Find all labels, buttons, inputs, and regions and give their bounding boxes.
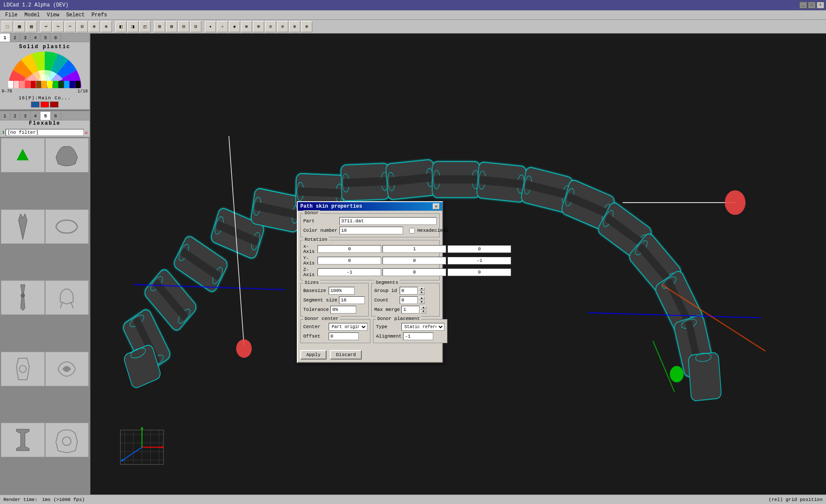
viewport[interactable]: Step 1/1 chain2.ldr [T] — [90, 34, 826, 495]
alignment-input[interactable] — [403, 332, 433, 340]
color-tab-1[interactable]: 1 — [0, 34, 10, 42]
group-id-down[interactable]: ▼ — [419, 291, 425, 295]
flex-tab-6[interactable]: 6 — [51, 112, 61, 120]
max-merge-spinners: ▲ ▼ — [420, 306, 426, 313]
color-tab-6[interactable]: 6 — [51, 34, 61, 42]
basesize-input[interactable] — [329, 287, 354, 295]
apply-button[interactable]: Apply — [300, 350, 327, 360]
toolbar-btn-17[interactable]: ◈ — [229, 21, 240, 32]
toolbar-btn-12[interactable]: ⊠ — [166, 21, 177, 32]
y-axis-input-3[interactable] — [447, 257, 511, 264]
color-panel-title: Solid plastic — [2, 44, 88, 50]
toolbar-btn-3[interactable]: ▤ — [26, 21, 37, 32]
flex-tab-3[interactable]: 3 — [20, 112, 31, 120]
donor-color-input[interactable] — [339, 227, 403, 234]
toolbar-btn-15[interactable]: ✦ — [205, 21, 216, 32]
color-tab-4[interactable]: 4 — [31, 34, 41, 42]
group-id-up[interactable]: ▲ — [419, 287, 425, 291]
offset-input[interactable] — [329, 332, 359, 340]
z-axis-input-1[interactable] — [317, 268, 381, 276]
status-left: Render time: 1ms (>1000 fps) — [3, 497, 769, 502]
part-thumb-2[interactable] — [1, 209, 45, 244]
toolbar-redo[interactable]: ↪ — [52, 21, 64, 32]
toolbar-btn-16[interactable]: ✧ — [217, 21, 228, 32]
menu-prefs[interactable]: Prefs — [88, 11, 111, 19]
menu-select[interactable]: Select — [63, 11, 88, 19]
status-render-label: Render time: — [3, 497, 37, 502]
max-merge-input[interactable] — [401, 306, 419, 313]
type-select[interactable]: Static references — [401, 323, 444, 331]
max-merge-down[interactable]: ▼ — [420, 310, 426, 313]
part-thumb-1[interactable] — [45, 138, 89, 172]
toolbar-btn-20[interactable]: ⊙ — [265, 21, 276, 32]
toolbar-btn-23[interactable]: ⊕ — [301, 21, 312, 32]
part-thumb-5[interactable] — [45, 280, 89, 315]
center-label: Center — [303, 324, 327, 329]
color-tab-3[interactable]: 3 — [20, 34, 31, 42]
flex-tab-1[interactable]: 1 — [0, 112, 10, 120]
toolbar-btn-9[interactable]: ◨ — [127, 21, 139, 32]
toolbar-btn-14[interactable]: ⊡ — [190, 21, 201, 32]
toolbar-btn-1[interactable]: ⬚ — [2, 21, 13, 32]
count-up[interactable]: ▲ — [419, 297, 425, 300]
part-thumb-6[interactable] — [1, 352, 45, 386]
max-merge-up[interactable]: ▲ — [420, 306, 426, 310]
center-select[interactable]: Part origin — [329, 323, 367, 331]
toolbar-undo[interactable]: ↩ — [40, 21, 52, 32]
swatch-2[interactable] — [40, 101, 49, 108]
flex-tab-5[interactable]: 5 — [40, 112, 51, 120]
discard-button[interactable]: Discard — [330, 350, 362, 360]
x-axis-input-3[interactable] — [447, 245, 511, 253]
color-wheel[interactable] — [8, 52, 81, 88]
tolerance-label: Tolerance — [303, 307, 329, 312]
y-axis-input-1[interactable] — [317, 257, 381, 264]
toolbar-btn-21[interactable]: ⊘ — [277, 21, 288, 32]
y-axis-input-2[interactable] — [382, 257, 446, 264]
toolbar-btn-18[interactable]: ⊛ — [241, 21, 252, 32]
toolbar-btn-11[interactable]: ⊞ — [154, 21, 165, 32]
menu-view[interactable]: View — [43, 11, 63, 19]
part-up-arrow[interactable]: ▲ — [1, 138, 45, 172]
toolbar-btn-6[interactable]: ⊕ — [89, 21, 100, 32]
maximize-button[interactable]: □ — [808, 2, 816, 9]
segment-size-input[interactable] — [339, 296, 365, 304]
toolbar-btn-7[interactable]: ⊗ — [101, 21, 112, 32]
menu-file[interactable]: File — [2, 11, 21, 19]
part-thumb-7[interactable] — [45, 352, 89, 386]
coord-axes — [116, 426, 168, 477]
toolbar-btn-4[interactable]: ✂ — [65, 21, 76, 32]
z-axis-input-3[interactable] — [447, 268, 511, 276]
menu-model[interactable]: Model — [21, 11, 43, 19]
filter-clear-button[interactable]: ✕ — [85, 130, 88, 135]
group-id-input[interactable] — [400, 287, 418, 295]
toolbar-btn-2[interactable]: ▦ — [14, 21, 25, 32]
color-tab-2[interactable]: 2 — [10, 34, 21, 42]
flex-tab-2[interactable]: 2 — [10, 112, 21, 120]
part-thumb-8[interactable] — [1, 423, 45, 457]
z-axis-input-2[interactable] — [382, 268, 446, 276]
minimize-button[interactable]: _ — [799, 2, 807, 9]
toolbar-btn-10[interactable]: ◰ — [139, 21, 151, 32]
close-button[interactable]: × — [817, 2, 824, 9]
donor-hex-checkbox[interactable] — [409, 228, 415, 234]
dialog-close-button[interactable]: ✕ — [433, 203, 440, 209]
donor-part-input[interactable] — [339, 217, 437, 225]
toolbar-btn-19[interactable]: ⊚ — [253, 21, 264, 32]
count-input[interactable] — [400, 296, 418, 304]
swatch-1[interactable] — [31, 101, 40, 108]
x-axis-input-1[interactable] — [317, 245, 381, 253]
part-thumb-3[interactable] — [45, 209, 89, 244]
flex-tab-4[interactable]: 4 — [31, 112, 41, 120]
z-axis-label: Z-Axis — [303, 267, 316, 277]
color-tab-5[interactable]: 5 — [40, 34, 51, 42]
x-axis-input-2[interactable] — [382, 245, 446, 253]
swatch-3[interactable] — [50, 101, 59, 108]
toolbar-btn-8[interactable]: ◧ — [115, 21, 126, 32]
part-thumb-9[interactable] — [45, 423, 89, 457]
toolbar-btn-13[interactable]: ⊟ — [178, 21, 189, 32]
toolbar-btn-5[interactable]: ⊡ — [77, 21, 88, 32]
count-down[interactable]: ▼ — [419, 301, 425, 304]
part-thumb-4[interactable] — [1, 280, 45, 315]
tolerance-input[interactable] — [330, 306, 356, 313]
toolbar-btn-22[interactable]: ⊗ — [289, 21, 300, 32]
